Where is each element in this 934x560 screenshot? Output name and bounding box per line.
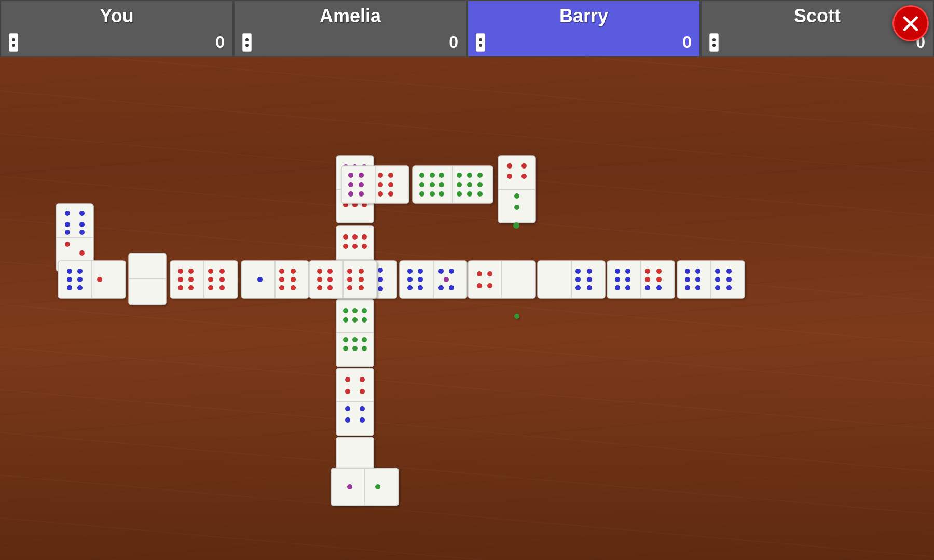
svg-point-54 [352,346,358,351]
svg-point-124 [359,277,364,282]
svg-point-84 [77,277,83,282]
game-board [0,60,934,560]
svg-point-170 [685,269,690,274]
svg-point-65 [360,417,365,423]
svg-point-199 [430,173,435,178]
svg-point-203 [439,182,444,187]
svg-point-21 [362,244,367,249]
svg-point-81 [67,269,72,274]
player-amelia: Amelia 0 [233,0,467,57]
svg-point-52 [362,337,367,342]
svg-point-207 [457,173,462,178]
svg-point-111 [279,285,284,290]
svg-point-177 [726,269,732,274]
svg-point-108 [291,269,296,274]
svg-point-175 [695,285,700,290]
svg-point-165 [656,277,662,282]
svg-point-136 [449,269,454,274]
player-you-score: 0 [215,33,225,52]
svg-point-109 [279,277,284,282]
svg-point-150 [575,277,581,282]
svg-point-106 [257,277,263,282]
player-amelia-score-row: 0 [240,33,461,52]
player-amelia-domino-icon [242,33,252,52]
svg-point-86 [77,285,83,290]
svg-point-229 [375,484,380,489]
svg-point-192 [378,182,383,187]
svg-point-123 [347,277,352,282]
svg-point-96 [178,285,183,290]
svg-point-187 [359,182,364,187]
svg-point-49 [362,317,367,323]
svg-point-210 [457,182,462,187]
svg-point-219 [521,163,527,169]
svg-point-16 [343,234,348,240]
svg-point-156 [615,269,620,274]
svg-point-76 [79,230,85,235]
svg-point-220 [507,174,512,179]
svg-point-152 [575,285,581,290]
svg-point-222 [514,193,519,199]
scoreboard: You 0 Amelia 0 Barry 0 Scott 0 [0,0,934,57]
svg-point-223 [514,205,519,210]
svg-point-221 [521,174,527,179]
svg-point-193 [388,182,393,187]
svg-point-37 [378,268,383,273]
player-you-score-row: 0 [6,33,227,52]
svg-point-142 [477,271,482,276]
svg-point-144 [477,283,482,288]
svg-point-73 [65,222,70,227]
close-button[interactable] [892,5,929,41]
domino-board [0,60,934,560]
svg-point-215 [477,191,483,197]
svg-point-17 [352,234,358,240]
svg-point-159 [625,277,630,282]
svg-point-129 [407,269,413,274]
svg-point-201 [419,182,424,187]
svg-point-19 [343,244,348,249]
svg-point-63 [360,406,365,411]
svg-point-126 [359,285,364,290]
svg-point-209 [477,173,483,178]
svg-point-71 [65,211,70,216]
svg-point-72 [79,211,85,216]
svg-point-200 [439,173,444,178]
svg-point-120 [327,285,333,290]
player-you-domino-icon [9,33,18,52]
svg-point-158 [615,277,620,282]
svg-point-194 [378,191,383,197]
svg-point-39 [378,277,383,282]
svg-point-87 [97,277,102,282]
svg-point-172 [685,277,690,282]
player-scott-name: Scott [794,5,841,27]
svg-point-122 [359,269,364,274]
svg-point-130 [418,269,423,274]
svg-point-103 [219,285,225,290]
svg-point-178 [715,277,720,282]
svg-point-97 [188,285,194,290]
svg-point-98 [208,269,213,274]
player-barry-score: 0 [682,33,692,52]
svg-point-55 [362,346,367,351]
svg-point-181 [726,285,732,290]
svg-point-173 [695,277,700,282]
player-you: You 0 [0,0,233,57]
svg-point-20 [352,244,358,249]
svg-point-157 [625,269,630,274]
svg-point-204 [419,191,424,197]
svg-point-94 [178,277,183,282]
svg-point-116 [327,269,333,274]
svg-point-167 [656,285,662,290]
svg-point-205 [430,191,435,197]
svg-point-117 [317,277,322,282]
svg-point-58 [345,377,350,382]
svg-point-92 [178,269,183,274]
svg-point-174 [685,285,690,290]
svg-point-93 [188,269,194,274]
svg-point-228 [347,484,352,489]
svg-point-188 [348,191,353,197]
svg-point-74 [79,222,85,227]
svg-point-60 [345,389,350,394]
svg-point-131 [407,277,413,282]
svg-point-77 [65,242,70,247]
